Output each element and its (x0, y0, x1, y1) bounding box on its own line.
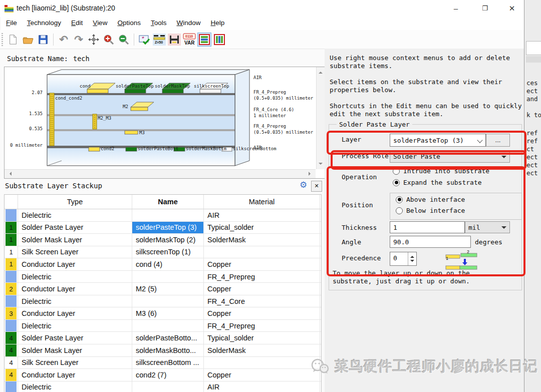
menu-item-options[interactable]: Options (112, 17, 146, 29)
cell-type[interactable]: Silk Screen Layer (18, 357, 132, 369)
cell-name[interactable]: silkscreenBottom ... (132, 357, 204, 369)
scroll-right-icon[interactable] (309, 172, 313, 176)
table-row[interactable]: 3 Conductor Layer M3 (6) Copper (5, 307, 321, 320)
menu-item-edit[interactable]: Edit (66, 17, 88, 29)
table-row[interactable]: 4 Conductor Layer cond2 (7) Copper (5, 369, 321, 381)
cell-material[interactable]: Copper (204, 307, 320, 319)
cell-material[interactable] (204, 357, 320, 369)
layer-object-label[interactable]: solderPasteTop (116, 84, 154, 89)
layers-vertical-icon[interactable] (212, 33, 226, 47)
cell-name[interactable]: solderMaskBotto... (132, 344, 204, 356)
cell-name[interactable]: cond2 (7) (132, 369, 204, 381)
cell-material[interactable]: FR_4_Core (204, 295, 320, 307)
var-icon[interactable]: 0110VAR (182, 33, 196, 47)
substrate-3d-view[interactable]: 2.07 1.535 0.535 0 millimeter cond solde… (4, 67, 326, 179)
stackup-icon[interactable] (167, 33, 181, 47)
table-row[interactable]: 4 Solder Mask Layer solderMaskBotto... S… (5, 344, 321, 357)
menu-item-window[interactable]: Window (171, 17, 205, 29)
menu-item-view[interactable]: View (88, 17, 112, 29)
close-button[interactable]: ✕ (501, 2, 522, 16)
header-name[interactable]: Name (132, 195, 204, 209)
cell-name[interactable] (132, 381, 204, 392)
gear-icon[interactable]: ⚙ (300, 180, 307, 190)
cell-material[interactable]: Copper (204, 283, 320, 295)
layers-horizontal-icon[interactable] (197, 33, 211, 47)
maximize-button[interactable]: ❐ (474, 2, 495, 16)
cell-material[interactable]: AIR (204, 209, 320, 221)
new-file-icon[interactable] (6, 33, 20, 47)
cell-name[interactable] (132, 320, 204, 332)
via-label[interactable]: M2_M3 (98, 116, 111, 121)
cell-type[interactable]: Conductor Layer (18, 283, 132, 295)
table-row[interactable]: 4 Silk Screen Layer silkscreenBottom ... (5, 357, 321, 369)
table-row[interactable]: 1 Conductor Layer cond (4) Copper (5, 258, 321, 271)
cell-type[interactable]: Dielectric (18, 295, 132, 307)
menu-item-technology[interactable]: Technology (22, 17, 66, 29)
layer-object-label[interactable]: solderMaskTop (155, 84, 190, 89)
cell-type[interactable]: Solder Mask Layer (18, 234, 132, 246)
layer-object-label[interactable]: cond (80, 84, 91, 89)
cell-type[interactable]: Conductor Layer (18, 307, 132, 319)
cell-type[interactable]: Solder Paste Layer (18, 222, 132, 234)
layer-object-label[interactable]: M2 (123, 104, 128, 110)
layer-object-label[interactable]: solderMaskBottm (186, 146, 226, 152)
header-material[interactable]: Material (204, 195, 320, 209)
table-row[interactable]: 2 Conductor Layer M2 (5) Copper (5, 283, 321, 295)
title-bar[interactable]: tech [liaomi2_lib] (Substrate):20 – ❐ ✕ (0, 0, 524, 17)
substrate-check-icon[interactable] (137, 33, 151, 47)
scroll-left-icon[interactable] (8, 172, 12, 176)
cell-type[interactable]: Dielectric (18, 209, 132, 221)
cell-material[interactable]: Typical_solder (204, 222, 320, 234)
toolbar-gripper[interactable] (2, 33, 3, 46)
table-row[interactable]: Dielectric FR_4_Core (5, 295, 321, 308)
table-row[interactable]: 4 Solder Paste Layer solderPasteBotto...… (5, 332, 321, 344)
table-row[interactable]: 1 Solder Mask Layer solderMaskTop (2) So… (5, 234, 321, 246)
cell-type[interactable]: Conductor Layer (18, 258, 132, 270)
undo-icon[interactable]: ↶ (57, 33, 71, 47)
cell-name[interactable]: M3 (6) (132, 307, 204, 319)
table-row[interactable]: Dielectric AIR (5, 209, 321, 222)
cell-name[interactable] (132, 271, 204, 283)
scroll-up-icon[interactable] (319, 70, 323, 74)
cell-name[interactable]: solderPasteTop (3) (132, 222, 204, 234)
open-icon[interactable] (21, 33, 35, 47)
table-row[interactable]: Dielectric AIR (5, 381, 321, 392)
vertical-scrollbar[interactable] (316, 67, 325, 169)
table-row[interactable]: 1 Silk Screen Layer silkscreenTop (1) (5, 246, 321, 259)
cell-type[interactable]: Dielectric (18, 271, 132, 283)
cell-name[interactable]: silkscreenTop (1) (132, 246, 204, 258)
table-row-selected[interactable]: 1 Solder Paste Layer solderPasteTop (3) … (5, 222, 321, 234)
cell-type[interactable]: Solder Mask Layer (18, 344, 132, 356)
cell-material[interactable]: SolderMask (204, 234, 320, 246)
cell-type[interactable]: Dielectric (18, 320, 132, 332)
header-type[interactable]: Type (18, 195, 132, 209)
via-label[interactable]: cond_cond2 (55, 96, 82, 101)
zoom-in-icon[interactable] (102, 33, 116, 47)
cell-material[interactable] (204, 246, 320, 258)
table-row[interactable]: Dielectric FR_4_Prepreg (5, 320, 321, 332)
cell-name[interactable]: M2 (5) (132, 283, 204, 295)
cell-material[interactable]: Copper (204, 369, 320, 381)
layer-object-label[interactable]: cond2 (101, 146, 114, 152)
cell-type[interactable]: Solder Paste Layer (18, 332, 132, 344)
table-row[interactable]: Dielectric FR_4_Prepreg (5, 271, 321, 283)
menu-item-tools[interactable]: Tools (146, 17, 172, 29)
cell-name[interactable]: solderPasteBotto... (132, 332, 204, 344)
layer-object-label[interactable]: solderPasteBott (138, 146, 178, 152)
cell-name[interactable]: solderMaskTop (2) (132, 234, 204, 246)
cell-type[interactable]: Silk Screen Layer (18, 246, 132, 258)
stackup-close-icon[interactable]: ✕ (311, 181, 322, 192)
cell-material[interactable]: FR_4_Prepreg (204, 320, 320, 332)
cell-name[interactable] (132, 209, 204, 221)
cell-material[interactable]: FR_4_Prepreg (204, 271, 320, 283)
layer-object-label[interactable]: M3 (139, 130, 145, 136)
zoom-out-icon[interactable] (117, 33, 131, 47)
impedance-icon[interactable]: Z=50 (152, 33, 166, 47)
cell-material[interactable]: SolderMask (204, 344, 320, 356)
menu-item-file[interactable]: File (1, 17, 22, 29)
cell-type[interactable]: Dielectric (18, 381, 132, 392)
redo-icon[interactable]: ↷ (72, 33, 86, 47)
menu-item-help[interactable]: Help (205, 17, 229, 29)
minimize-button[interactable]: – (445, 2, 466, 16)
cell-name[interactable] (132, 295, 204, 307)
